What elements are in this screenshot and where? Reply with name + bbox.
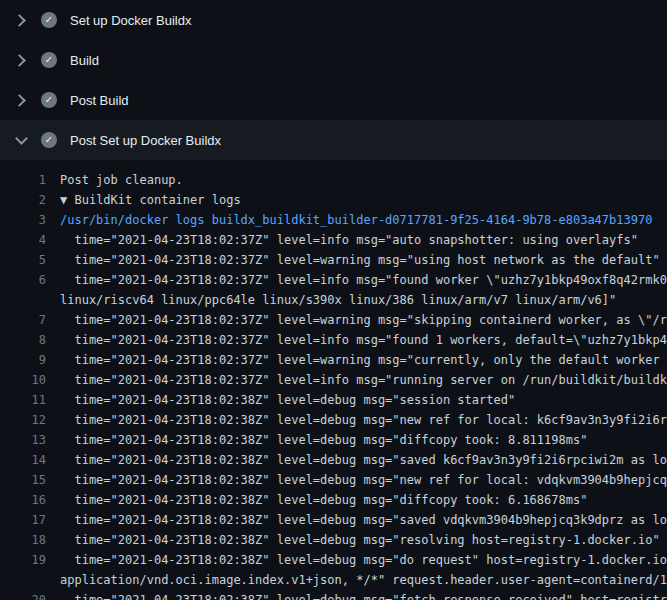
line-number[interactable]: 16 [0,490,60,510]
line-number[interactable]: 6 [0,270,60,290]
log-text: time="2021-04-23T18:02:37Z" level=warnin… [60,250,660,270]
log-text: time="2021-04-23T18:02:38Z" level=debug … [60,490,587,510]
log-text: time="2021-04-23T18:02:38Z" level=debug … [60,510,667,530]
line-number[interactable]: 9 [0,350,60,370]
log-line: 19 time="2021-04-23T18:02:38Z" level=deb… [0,550,667,570]
log-text: Post job cleanup. [60,170,183,190]
log-text: time="2021-04-23T18:02:37Z" level=warnin… [60,310,667,330]
log-line: 20 time="2021-04-23T18:02:38Z" level=deb… [0,590,667,600]
line-number[interactable]: 7 [0,310,60,330]
log-line: 1Post job cleanup. [0,170,667,190]
log-text: time="2021-04-23T18:02:38Z" level=debug … [60,450,667,470]
line-number[interactable]: 18 [0,530,60,550]
success-check-icon: ✓ [41,12,57,28]
group-caret-icon: ▼ [60,190,67,210]
log-line: 14 time="2021-04-23T18:02:38Z" level=deb… [0,450,667,470]
step-header-set-up-docker-buildx[interactable]: ✓Set up Docker Buildx [0,0,667,40]
log-text: time="2021-04-23T18:02:38Z" level=debug … [60,470,667,490]
line-number[interactable]: 3 [0,210,60,230]
log-text: linux/riscv64 linux/ppc64le linux/s390x … [60,290,616,310]
log-group-toggle[interactable]: ▼ BuildKit container logs [60,190,241,210]
log-line: 10 time="2021-04-23T18:02:37Z" level=inf… [0,370,667,390]
log-text: time="2021-04-23T18:02:38Z" level=debug … [60,390,515,410]
line-number[interactable]: 14 [0,450,60,470]
log-line: 3/usr/bin/docker logs buildx_buildkit_bu… [0,210,667,230]
line-number [0,290,60,310]
actions-log-viewer: ✓Set up Docker Buildx✓Build✓Post Build✓P… [0,0,667,600]
chevron-right-icon [12,91,30,109]
log-text: time="2021-04-23T18:02:38Z" level=debug … [60,590,667,600]
log-text: time="2021-04-23T18:02:37Z" level=info m… [60,370,667,390]
line-number[interactable]: 10 [0,370,60,390]
step-label: Post Build [70,93,129,108]
line-number [0,570,60,590]
line-number[interactable]: 2 [0,190,60,210]
log-output: 1Post job cleanup.2▼ BuildKit container … [0,160,667,600]
step-label: Post Set up Docker Buildx [70,133,221,148]
step-header-post-build[interactable]: ✓Post Build [0,80,667,120]
log-line: 15 time="2021-04-23T18:02:38Z" level=deb… [0,470,667,490]
step-header-post-set-up-docker-buildx[interactable]: ✓Post Set up Docker Buildx [0,120,667,160]
line-number[interactable]: 17 [0,510,60,530]
log-text: time="2021-04-23T18:02:38Z" level=debug … [60,530,660,550]
log-line: 9 time="2021-04-23T18:02:37Z" level=warn… [0,350,667,370]
log-text: time="2021-04-23T18:02:37Z" level=info m… [60,270,667,290]
log-text: application/vnd.oci.image.index.v1+json,… [60,570,667,590]
step-label: Build [70,53,99,68]
line-number[interactable]: 11 [0,390,60,410]
log-line: 11 time="2021-04-23T18:02:38Z" level=deb… [0,390,667,410]
success-check-icon: ✓ [41,92,57,108]
step-list: ✓Set up Docker Buildx✓Build✓Post Build✓P… [0,0,667,160]
log-line: 18 time="2021-04-23T18:02:38Z" level=deb… [0,530,667,550]
line-number[interactable]: 8 [0,330,60,350]
log-line: 16 time="2021-04-23T18:02:38Z" level=deb… [0,490,667,510]
log-text: time="2021-04-23T18:02:37Z" level=info m… [60,330,667,350]
chevron-right-icon [12,11,30,29]
log-line: 7 time="2021-04-23T18:02:37Z" level=warn… [0,310,667,330]
log-text: time="2021-04-23T18:02:37Z" level=warnin… [60,350,667,370]
log-line: 8 time="2021-04-23T18:02:37Z" level=info… [0,330,667,350]
step-header-build[interactable]: ✓Build [0,40,667,80]
log-text: time="2021-04-23T18:02:38Z" level=debug … [60,410,667,430]
line-number[interactable]: 5 [0,250,60,270]
log-line: 2▼ BuildKit container logs [0,190,667,210]
line-number[interactable]: 1 [0,170,60,190]
log-line: 6 time="2021-04-23T18:02:37Z" level=info… [0,270,667,290]
line-number[interactable]: 19 [0,550,60,570]
success-check-icon: ✓ [41,52,57,68]
line-number[interactable]: 12 [0,410,60,430]
log-text: time="2021-04-23T18:02:38Z" level=debug … [60,550,667,570]
log-text: time="2021-04-23T18:02:37Z" level=info m… [60,230,638,250]
command-text: /usr/bin/docker logs buildx_buildkit_bui… [60,210,652,230]
success-check-icon: ✓ [41,132,57,148]
log-text: time="2021-04-23T18:02:38Z" level=debug … [60,430,587,450]
log-line: 17 time="2021-04-23T18:02:38Z" level=deb… [0,510,667,530]
line-number[interactable]: 13 [0,430,60,450]
chevron-right-icon [12,51,30,69]
log-line: 4 time="2021-04-23T18:02:37Z" level=info… [0,230,667,250]
log-line: application/vnd.oci.image.index.v1+json,… [0,570,667,590]
log-line: 12 time="2021-04-23T18:02:38Z" level=deb… [0,410,667,430]
log-line: 5 time="2021-04-23T18:02:37Z" level=warn… [0,250,667,270]
log-line: 13 time="2021-04-23T18:02:38Z" level=deb… [0,430,667,450]
step-label: Set up Docker Buildx [70,13,191,28]
line-number[interactable]: 20 [0,590,60,600]
line-number[interactable]: 15 [0,470,60,490]
chevron-down-icon [12,131,30,149]
log-line: linux/riscv64 linux/ppc64le linux/s390x … [0,290,667,310]
line-number[interactable]: 4 [0,230,60,250]
